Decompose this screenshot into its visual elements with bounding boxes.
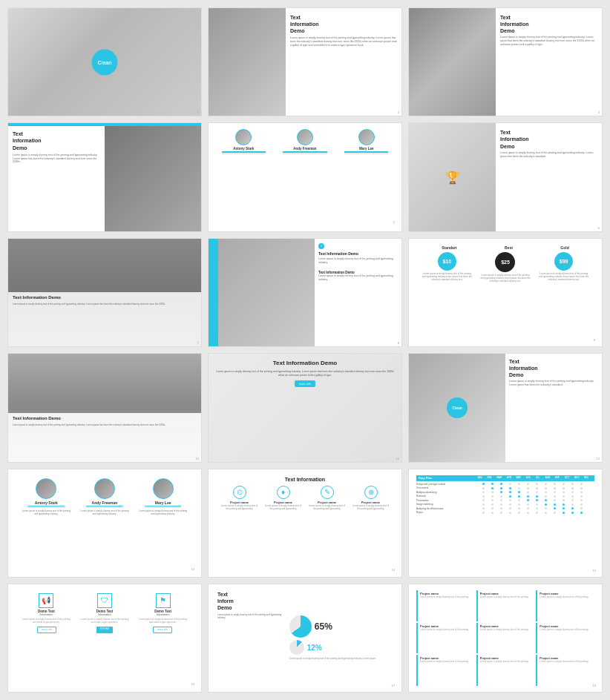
icon-item-3: ✎ Project name Lorem ipsum is simply dum… bbox=[308, 486, 347, 510]
project-item-9: Project name Lorem ipsum is simply dummy… bbox=[536, 655, 594, 686]
percentage-1: 65% bbox=[315, 621, 332, 632]
schedule-row-4: Research bbox=[416, 495, 594, 498]
avatar-1 bbox=[235, 129, 252, 145]
project-desc-5: Lorem ipsum is simply dummy text of the … bbox=[480, 628, 533, 631]
slide-body: Lorem ipsum is simply dummy text of the … bbox=[290, 36, 397, 47]
demo-icon-1: 📢 Demo Text Information Lorem ipsum is s… bbox=[20, 593, 73, 624]
slide-content: TextInformationDemo Lorem ipsum is simpl… bbox=[505, 354, 602, 461]
demo-icon-3: ⚑ Demo Text Information Lorem ipsum is s… bbox=[137, 593, 189, 624]
slide-number: 17 bbox=[392, 684, 395, 687]
slide-6: 🏆 TextInformationDemo Lorem ipsum is sim… bbox=[408, 122, 603, 231]
slide-image: 🏆 bbox=[409, 123, 496, 231]
more-info-button-3[interactable]: more info bbox=[153, 627, 173, 633]
accent-line bbox=[86, 506, 123, 507]
icon-desc-1: Lorem ipsum is simply dummy text of the … bbox=[220, 504, 259, 510]
plan-gold: $99 Lorem ipsum is simply dummy text of … bbox=[537, 252, 590, 282]
accent-line bbox=[344, 151, 389, 153]
demo-icon-2: 🛡 Demo Text Information Lorem ipsum is s… bbox=[79, 593, 131, 624]
project-item-8: Project name Lorem ipsum is simply dummy… bbox=[476, 655, 535, 686]
team-row: Antony Stark Andy Freeman Mary Lee bbox=[213, 129, 397, 154]
row-label: Report bbox=[416, 511, 479, 514]
slide-content: Text Information Demo Lorem ipsum is sim… bbox=[209, 354, 401, 393]
slide-number: 11 bbox=[396, 457, 399, 460]
button-row: more info STRIKE more info bbox=[17, 627, 192, 633]
icon-circle-2: ♦ bbox=[277, 486, 290, 499]
member-desc: Lorem ipsum is simply dummy text of the … bbox=[137, 509, 189, 515]
slide-body: Lorem ipsum is simply dummy text of the … bbox=[318, 257, 398, 265]
demo-desc-2: Lorem ipsum is simply dummy text of the … bbox=[79, 618, 131, 624]
plan-name-3: Gold bbox=[560, 245, 568, 250]
slide-12: Clean TextInformationDemo Lorem ipsum is… bbox=[408, 353, 603, 462]
member-name-1: Antony Stark bbox=[20, 501, 73, 505]
demo-sub-2: Information bbox=[79, 613, 131, 616]
schedule-row-8: Report bbox=[416, 511, 594, 514]
strike-button[interactable]: STRIKE bbox=[96, 627, 114, 633]
slide-content: TextInformDemo Lorem ipsum is simply dum… bbox=[217, 591, 393, 685]
month-sep: SEP bbox=[555, 476, 563, 480]
avatar-3 bbox=[153, 478, 174, 499]
slide-content: 1 Text Information Demo Lorem ipsum is s… bbox=[315, 239, 401, 346]
more-info-button-1[interactable]: more info bbox=[37, 627, 57, 633]
row-label: Analytics advertising bbox=[416, 491, 479, 494]
slide-content: TextInformationDemo Lorem ipsum is simpl… bbox=[286, 8, 401, 116]
member-name-3: Mary Lee bbox=[338, 147, 393, 151]
member-name-2: Andy Freeman bbox=[79, 501, 131, 505]
month-feb: FEB bbox=[487, 476, 495, 480]
slide-number: 9 bbox=[594, 338, 595, 342]
clean-circle: Clean bbox=[92, 49, 118, 75]
icon-circle-4: ⊕ bbox=[364, 486, 378, 499]
pie-chart-1 bbox=[289, 615, 312, 638]
slide-content: TextInformationDemo Lorem ipsum is simpl… bbox=[496, 123, 602, 231]
month-nov: NOV bbox=[574, 476, 583, 480]
project-item-3: Project name Lorem ipsum is simply dummy… bbox=[536, 590, 594, 621]
slide-number: 10 bbox=[196, 457, 199, 460]
chart-row: 65% bbox=[289, 615, 393, 638]
slide-2: TextInformationDemo Lorem ipsum is simpl… bbox=[208, 7, 402, 116]
accent-line bbox=[283, 151, 327, 153]
team-member-2: Andy Freeman Lorem ipsum is simply dummy… bbox=[79, 478, 131, 516]
member-name-2: Andy Freeman bbox=[278, 147, 332, 151]
chart-row-2: 12% bbox=[289, 640, 393, 655]
slide-number: 8 bbox=[398, 341, 399, 345]
slide-title: TextInformationDemo bbox=[500, 14, 597, 34]
plan-name-2: Best bbox=[505, 245, 513, 250]
slide-4: TextInformationDemo Lorem ipsum is simpl… bbox=[7, 122, 202, 231]
more-info-button[interactable]: more info bbox=[295, 380, 316, 387]
month-mar: MAR bbox=[497, 476, 505, 480]
month-may: MAY bbox=[516, 476, 525, 480]
divider bbox=[28, 507, 65, 508]
percentage-2: 12% bbox=[307, 644, 322, 652]
schedule-row-5: Presentation bbox=[416, 499, 594, 502]
slide-grid: Clean 1 TextInformationDemo Lorem ipsum … bbox=[7, 7, 603, 693]
slide-8: 1 Text Information Demo Lorem ipsum is s… bbox=[208, 238, 402, 347]
project-desc-8: Lorem ipsum is simply dummy text of the … bbox=[480, 660, 533, 663]
slide-18: Project name Lorem ipsum is simply dummy… bbox=[408, 584, 603, 693]
slide-number: 4 bbox=[197, 226, 199, 230]
slide-image bbox=[218, 239, 315, 346]
price-circle-1: $10 bbox=[438, 252, 456, 271]
slide-content: Text Information Demo Lorem ipsum is sim… bbox=[8, 413, 201, 461]
month-dec: DEC bbox=[584, 476, 592, 480]
slide-title: TextInformDemo bbox=[217, 591, 286, 611]
slide-number: 18 bbox=[593, 684, 596, 687]
project-item-5: Project name Lorem ipsum is simply dummy… bbox=[476, 623, 535, 654]
badge-number: 1 bbox=[318, 243, 324, 249]
slide-13: Antony Stark Lorem ipsum is simply dummy… bbox=[7, 469, 202, 578]
slide-body: Lorem ipsum is simply dummy text of the … bbox=[500, 151, 597, 159]
month-jun: JUN bbox=[526, 476, 534, 480]
accent-line bbox=[28, 506, 65, 507]
month-oct: OCT bbox=[565, 476, 573, 480]
project-item-2: Project name Lorem ipsum is simply dummy… bbox=[476, 590, 535, 621]
slide-image bbox=[209, 8, 286, 116]
team-member-2: Andy Freeman bbox=[278, 129, 332, 154]
slide-title: Text Information Demo bbox=[13, 295, 197, 301]
slide-content: TextInformationDemo Lorem ipsum is simpl… bbox=[8, 126, 105, 231]
slide-title: TextInformationDemo bbox=[13, 131, 100, 151]
slide-number: 14 bbox=[392, 568, 395, 572]
slide-16: 📢 Demo Text Information Lorem ipsum is s… bbox=[7, 584, 202, 693]
slide-10: Text Information Demo Lorem ipsum is sim… bbox=[7, 353, 202, 462]
slide-number: 13 bbox=[191, 567, 194, 571]
project-desc-3: Lorem ipsum is simply dummy text of the … bbox=[540, 595, 592, 598]
slide-content: TextInformationDemo Lorem ipsum is simpl… bbox=[496, 8, 602, 116]
icon-desc-3: Lorem ipsum is simply dummy text of the … bbox=[308, 504, 347, 510]
